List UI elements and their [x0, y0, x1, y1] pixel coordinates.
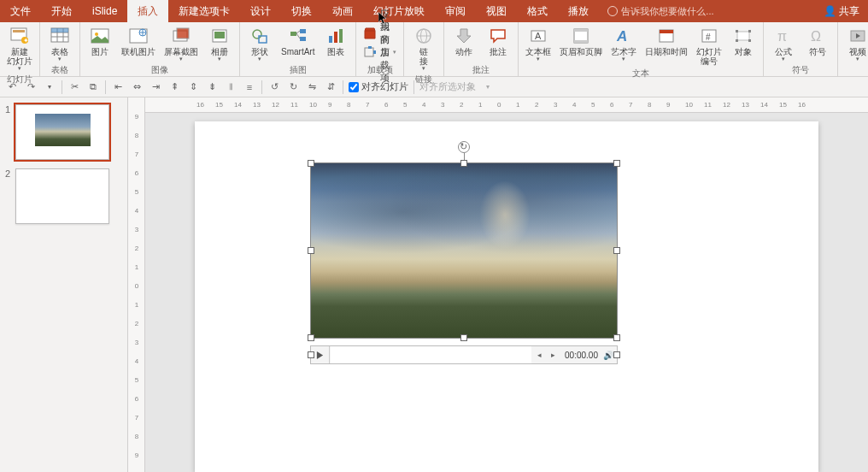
align-bottom-icon[interactable]: ⇟ — [205, 80, 219, 94]
video-preview — [311, 163, 617, 338]
link-icon — [413, 26, 434, 46]
slidenum-icon: # — [699, 26, 719, 46]
action-button[interactable]: 动作 — [448, 24, 480, 58]
bulb-icon — [607, 6, 618, 16]
align-slide-checkbox[interactable]: 对齐幻灯片 — [349, 80, 408, 93]
distribute-v-icon[interactable]: ≡ — [243, 80, 256, 94]
resize-handle-bl[interactable] — [308, 334, 314, 341]
chart-button[interactable]: 图表 — [320, 24, 352, 58]
group-media: 视频▾ 音频▾ 屏幕 录制 媒体 — [838, 22, 868, 76]
tab-newtab[interactable]: 新建选项卡 — [168, 0, 240, 22]
vertical-ruler: 9876543210123456789 — [128, 97, 145, 472]
header-footer-button[interactable]: 页眉和页脚 — [556, 24, 606, 58]
tell-me-text: 告诉我你想要做什么... — [621, 5, 713, 18]
step-back-button[interactable]: ◂ — [532, 351, 546, 359]
group-text: A文本框▾ 页眉和页脚 A艺术字▾ 日期和时间 #幻灯片 编号 对象 文本 — [519, 22, 764, 76]
textbox-button[interactable]: A文本框▾ — [522, 24, 554, 64]
share-button[interactable]: 👤 共享 — [815, 4, 868, 19]
wordart-button[interactable]: A艺术字▾ — [607, 24, 640, 64]
align-right-icon[interactable]: ⇥ — [149, 80, 162, 94]
tab-slideshow[interactable]: 幻灯片放映 — [363, 0, 435, 22]
slide-canvas[interactable]: ◂ ▸ 00:00.00 🔊 — [145, 113, 868, 472]
qat-dropdown[interactable]: ▾ — [43, 80, 56, 94]
menu-bar: 文件 开始 iSlide 插入 新建选项卡 设计 切换 动画 幻灯片放映 审阅 … — [0, 0, 868, 22]
video-object[interactable] — [310, 162, 618, 339]
svg-rect-43 — [736, 30, 738, 32]
resize-handle-b[interactable] — [460, 334, 467, 341]
tab-playback[interactable]: 播放 — [558, 0, 599, 22]
date-time-button[interactable]: 日期和时间 — [642, 24, 691, 58]
flip-v-icon[interactable]: ⇵ — [324, 80, 337, 94]
picture-button[interactable]: 图片 — [84, 24, 116, 58]
svg-rect-9 — [51, 28, 68, 32]
screenshot-button[interactable]: 屏幕截图▾ — [161, 24, 202, 64]
quick-access-toolbar: ↶ ↷ ▾ ✂ ⧉ ⇤ ⇔ ⇥ ⇞ ⇕ ⇟ ⫴ ≡ ↺ ↻ ⇋ ⇵ 对齐幻灯片 … — [0, 77, 868, 97]
tab-design[interactable]: 设计 — [240, 0, 281, 22]
align-left-icon[interactable]: ⇤ — [111, 80, 125, 94]
redo-button[interactable]: ↷ — [24, 80, 38, 94]
ribbon: ✦ 新建 幻灯片▾ 幻灯片 表格▾ 表格 图片 联机图片 屏幕截图▾ 相册▾ 图… — [0, 22, 868, 77]
shapes-button[interactable]: 形状▾ — [243, 24, 276, 64]
step-forward-button[interactable]: ▸ — [546, 351, 560, 359]
tab-review[interactable]: 审阅 — [435, 0, 476, 22]
table-button[interactable]: 表格▾ — [44, 24, 76, 64]
resize-handle-l[interactable] — [308, 247, 314, 254]
player-handle-l[interactable] — [308, 351, 314, 358]
smartart-button[interactable]: SmartArt — [278, 24, 318, 58]
slide-thumb-2[interactable]: 2 — [5, 168, 122, 224]
rotate-handle[interactable] — [458, 141, 470, 153]
action-icon — [454, 26, 474, 46]
align-middle-icon[interactable]: ⇕ — [186, 80, 200, 94]
resize-handle-br[interactable] — [613, 334, 620, 341]
my-addins-button[interactable]: 我的加载项 ▾ — [360, 43, 400, 62]
online-pictures-button[interactable]: 联机图片 — [118, 24, 159, 58]
equation-button[interactable]: π公式▾ — [767, 24, 800, 64]
flip-h-icon[interactable]: ⇋ — [305, 80, 319, 94]
tab-islide[interactable]: iSlide — [82, 0, 127, 22]
cut-icon[interactable]: ✂ — [67, 80, 81, 94]
tab-home[interactable]: 开始 — [41, 0, 82, 22]
copy-icon[interactable]: ⧉ — [86, 80, 100, 94]
object-button[interactable]: 对象 — [727, 24, 760, 58]
rotate-left-icon[interactable]: ↺ — [267, 80, 281, 94]
video-button[interactable]: 视频▾ — [842, 24, 868, 64]
slide-number-button[interactable]: #幻灯片 编号 — [693, 24, 725, 68]
resize-handle-tr[interactable] — [613, 160, 620, 167]
slide-thumb-1[interactable]: 1 — [5, 104, 122, 160]
tab-insert[interactable]: 插入 — [127, 0, 168, 22]
new-slide-button[interactable]: ✦ 新建 幻灯片▾ — [3, 24, 36, 74]
resize-handle-r[interactable] — [613, 247, 620, 254]
rotate-right-icon[interactable]: ↻ — [286, 80, 300, 94]
tab-transitions[interactable]: 切换 — [281, 0, 322, 22]
slide-panel[interactable]: 1 2 — [0, 97, 128, 472]
object-icon — [733, 26, 754, 46]
align-top-icon[interactable]: ⇞ — [167, 80, 181, 94]
distribute-h-icon[interactable]: ⫴ — [224, 80, 238, 94]
svg-rect-27 — [368, 46, 372, 49]
online-pictures-icon — [128, 26, 149, 46]
tab-view[interactable]: 视图 — [476, 0, 517, 22]
shapes-icon — [249, 26, 270, 46]
tab-file[interactable]: 文件 — [0, 0, 41, 22]
tab-format[interactable]: 格式 — [517, 0, 558, 22]
comment-button[interactable]: 批注 — [482, 24, 514, 58]
photo-album-button[interactable]: 相册▾ — [203, 24, 236, 64]
resize-handle-t[interactable] — [460, 160, 467, 167]
align-center-h-icon[interactable]: ⇔ — [130, 80, 144, 94]
group-addins: 应用商店 我的加载项 ▾ 加载项 — [356, 22, 404, 76]
hyperlink-button[interactable]: 链 接▾ — [408, 24, 440, 74]
seek-track[interactable] — [331, 346, 531, 363]
svg-rect-45 — [736, 39, 738, 42]
undo-button[interactable]: ↶ — [5, 80, 19, 94]
tell-me-search[interactable]: 告诉我你想要做什么... — [607, 5, 713, 18]
resize-handle-tl[interactable] — [308, 160, 314, 167]
svg-rect-17 — [214, 32, 225, 38]
textbox-icon: A — [528, 26, 548, 46]
player-handle-r[interactable] — [613, 351, 620, 358]
svg-rect-36 — [574, 40, 588, 43]
align-selected-dropdown[interactable]: ▾ — [481, 80, 495, 94]
svg-rect-15 — [177, 28, 189, 38]
svg-rect-26 — [365, 48, 373, 56]
tab-animations[interactable]: 动画 — [322, 0, 363, 22]
symbol-button[interactable]: Ω符号 — [801, 24, 834, 58]
